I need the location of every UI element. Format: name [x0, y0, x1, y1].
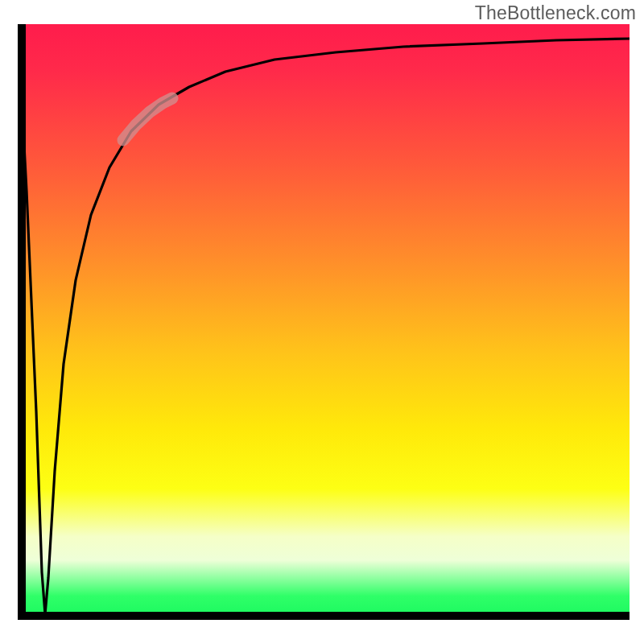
curve-highlight-segment	[123, 98, 172, 140]
y-axis	[18, 24, 26, 620]
x-axis	[18, 612, 630, 620]
curve-layer	[18, 24, 630, 620]
plot-area	[18, 24, 630, 620]
bottleneck-curve	[18, 24, 630, 614]
chart-canvas: TheBottleneck.com	[0, 0, 644, 644]
attribution-text: TheBottleneck.com	[475, 2, 636, 24]
